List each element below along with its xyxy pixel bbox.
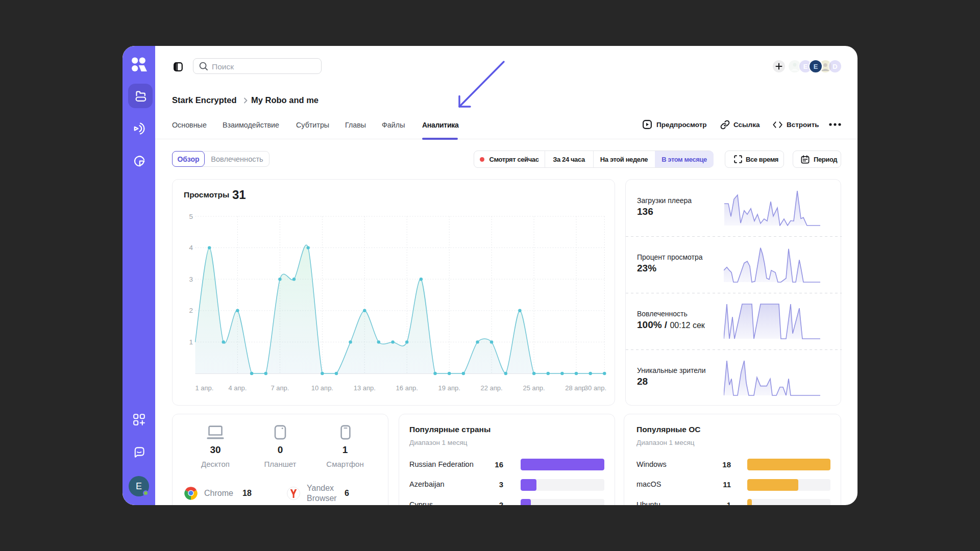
svg-text:3: 3 — [189, 276, 193, 283]
svg-text:13 апр.: 13 апр. — [354, 384, 376, 392]
svg-text:4: 4 — [189, 244, 193, 252]
svg-text:30 апр.: 30 апр. — [584, 384, 606, 392]
svg-text:2: 2 — [189, 307, 193, 314]
svg-text:5: 5 — [189, 213, 193, 220]
svg-text:25 апр.: 25 апр. — [523, 384, 545, 392]
svg-text:1: 1 — [189, 338, 193, 346]
svg-text:22 апр.: 22 апр. — [481, 384, 503, 392]
svg-text:1 апр.: 1 апр. — [195, 384, 214, 392]
svg-text:7 апр.: 7 апр. — [271, 384, 289, 392]
svg-text:19 апр.: 19 апр. — [438, 384, 460, 392]
svg-text:4 апр.: 4 апр. — [228, 384, 247, 392]
svg-text:28 апр: 28 апр — [565, 384, 585, 392]
svg-text:16 апр.: 16 апр. — [396, 384, 418, 392]
svg-text:10 апр.: 10 апр. — [311, 384, 333, 392]
